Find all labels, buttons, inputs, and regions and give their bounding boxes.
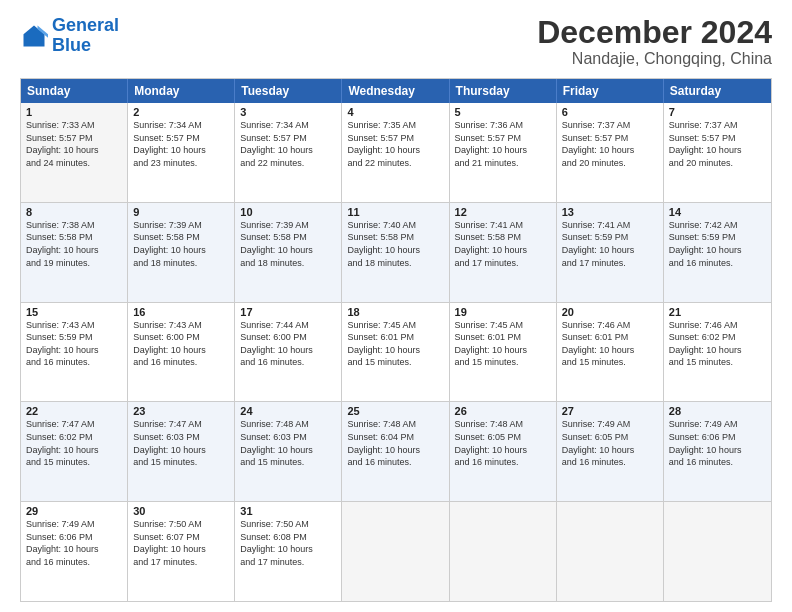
calendar-cell-2-4: 11Sunrise: 7:40 AM Sunset: 5:58 PM Dayli…: [342, 203, 449, 302]
day-info: Sunrise: 7:47 AM Sunset: 6:03 PM Dayligh…: [133, 418, 229, 468]
day-number: 11: [347, 206, 443, 218]
calendar-row-4: 22Sunrise: 7:47 AM Sunset: 6:02 PM Dayli…: [21, 401, 771, 501]
day-info: Sunrise: 7:37 AM Sunset: 5:57 PM Dayligh…: [562, 119, 658, 169]
calendar-cell-5-2: 30Sunrise: 7:50 AM Sunset: 6:07 PM Dayli…: [128, 502, 235, 601]
calendar-cell-5-4: [342, 502, 449, 601]
calendar-row-5: 29Sunrise: 7:49 AM Sunset: 6:06 PM Dayli…: [21, 501, 771, 601]
day-number: 13: [562, 206, 658, 218]
day-info: Sunrise: 7:40 AM Sunset: 5:58 PM Dayligh…: [347, 219, 443, 269]
day-info: Sunrise: 7:38 AM Sunset: 5:58 PM Dayligh…: [26, 219, 122, 269]
page-header: General Blue December 2024 Nandajie, Cho…: [20, 16, 772, 68]
day-info: Sunrise: 7:48 AM Sunset: 6:05 PM Dayligh…: [455, 418, 551, 468]
calendar-row-3: 15Sunrise: 7:43 AM Sunset: 5:59 PM Dayli…: [21, 302, 771, 402]
day-number: 24: [240, 405, 336, 417]
calendar-cell-2-5: 12Sunrise: 7:41 AM Sunset: 5:58 PM Dayli…: [450, 203, 557, 302]
day-number: 23: [133, 405, 229, 417]
day-number: 4: [347, 106, 443, 118]
day-number: 18: [347, 306, 443, 318]
calendar-cell-5-7: [664, 502, 771, 601]
calendar-cell-3-2: 16Sunrise: 7:43 AM Sunset: 6:00 PM Dayli…: [128, 303, 235, 402]
day-number: 27: [562, 405, 658, 417]
day-number: 19: [455, 306, 551, 318]
calendar-cell-2-6: 13Sunrise: 7:41 AM Sunset: 5:59 PM Dayli…: [557, 203, 664, 302]
day-info: Sunrise: 7:50 AM Sunset: 6:08 PM Dayligh…: [240, 518, 336, 568]
calendar-row-2: 8Sunrise: 7:38 AM Sunset: 5:58 PM Daylig…: [21, 202, 771, 302]
day-number: 28: [669, 405, 766, 417]
calendar-cell-1-3: 3Sunrise: 7:34 AM Sunset: 5:57 PM Daylig…: [235, 103, 342, 202]
day-info: Sunrise: 7:35 AM Sunset: 5:57 PM Dayligh…: [347, 119, 443, 169]
calendar-cell-3-6: 20Sunrise: 7:46 AM Sunset: 6:01 PM Dayli…: [557, 303, 664, 402]
day-number: 26: [455, 405, 551, 417]
day-number: 6: [562, 106, 658, 118]
logo-text: General Blue: [52, 16, 119, 56]
day-number: 16: [133, 306, 229, 318]
calendar-cell-2-7: 14Sunrise: 7:42 AM Sunset: 5:59 PM Dayli…: [664, 203, 771, 302]
calendar-cell-1-2: 2Sunrise: 7:34 AM Sunset: 5:57 PM Daylig…: [128, 103, 235, 202]
title-section: December 2024 Nandajie, Chongqing, China: [537, 16, 772, 68]
svg-marker-0: [24, 25, 45, 46]
calendar-cell-4-3: 24Sunrise: 7:48 AM Sunset: 6:03 PM Dayli…: [235, 402, 342, 501]
header-friday: Friday: [557, 79, 664, 103]
day-info: Sunrise: 7:48 AM Sunset: 6:03 PM Dayligh…: [240, 418, 336, 468]
day-number: 9: [133, 206, 229, 218]
day-info: Sunrise: 7:45 AM Sunset: 6:01 PM Dayligh…: [347, 319, 443, 369]
day-info: Sunrise: 7:49 AM Sunset: 6:05 PM Dayligh…: [562, 418, 658, 468]
calendar-cell-4-1: 22Sunrise: 7:47 AM Sunset: 6:02 PM Dayli…: [21, 402, 128, 501]
day-number: 5: [455, 106, 551, 118]
calendar-cell-4-2: 23Sunrise: 7:47 AM Sunset: 6:03 PM Dayli…: [128, 402, 235, 501]
day-info: Sunrise: 7:45 AM Sunset: 6:01 PM Dayligh…: [455, 319, 551, 369]
calendar: Sunday Monday Tuesday Wednesday Thursday…: [20, 78, 772, 602]
day-info: Sunrise: 7:46 AM Sunset: 6:01 PM Dayligh…: [562, 319, 658, 369]
day-info: Sunrise: 7:49 AM Sunset: 6:06 PM Dayligh…: [26, 518, 122, 568]
day-number: 7: [669, 106, 766, 118]
calendar-cell-4-5: 26Sunrise: 7:48 AM Sunset: 6:05 PM Dayli…: [450, 402, 557, 501]
day-info: Sunrise: 7:34 AM Sunset: 5:57 PM Dayligh…: [133, 119, 229, 169]
day-info: Sunrise: 7:39 AM Sunset: 5:58 PM Dayligh…: [240, 219, 336, 269]
day-info: Sunrise: 7:46 AM Sunset: 6:02 PM Dayligh…: [669, 319, 766, 369]
calendar-cell-4-6: 27Sunrise: 7:49 AM Sunset: 6:05 PM Dayli…: [557, 402, 664, 501]
calendar-cell-5-6: [557, 502, 664, 601]
calendar-cell-1-4: 4Sunrise: 7:35 AM Sunset: 5:57 PM Daylig…: [342, 103, 449, 202]
location: Nandajie, Chongqing, China: [537, 50, 772, 68]
calendar-cell-3-7: 21Sunrise: 7:46 AM Sunset: 6:02 PM Dayli…: [664, 303, 771, 402]
calendar-cell-3-3: 17Sunrise: 7:44 AM Sunset: 6:00 PM Dayli…: [235, 303, 342, 402]
day-number: 3: [240, 106, 336, 118]
calendar-cell-5-3: 31Sunrise: 7:50 AM Sunset: 6:08 PM Dayli…: [235, 502, 342, 601]
day-number: 10: [240, 206, 336, 218]
logo-icon: [20, 22, 48, 50]
day-info: Sunrise: 7:42 AM Sunset: 5:59 PM Dayligh…: [669, 219, 766, 269]
calendar-cell-3-5: 19Sunrise: 7:45 AM Sunset: 6:01 PM Dayli…: [450, 303, 557, 402]
calendar-cell-5-5: [450, 502, 557, 601]
day-info: Sunrise: 7:49 AM Sunset: 6:06 PM Dayligh…: [669, 418, 766, 468]
header-wednesday: Wednesday: [342, 79, 449, 103]
day-info: Sunrise: 7:34 AM Sunset: 5:57 PM Dayligh…: [240, 119, 336, 169]
day-number: 22: [26, 405, 122, 417]
calendar-row-1: 1Sunrise: 7:33 AM Sunset: 5:57 PM Daylig…: [21, 103, 771, 202]
day-number: 12: [455, 206, 551, 218]
day-info: Sunrise: 7:43 AM Sunset: 5:59 PM Dayligh…: [26, 319, 122, 369]
calendar-cell-4-7: 28Sunrise: 7:49 AM Sunset: 6:06 PM Dayli…: [664, 402, 771, 501]
header-tuesday: Tuesday: [235, 79, 342, 103]
day-number: 1: [26, 106, 122, 118]
day-info: Sunrise: 7:33 AM Sunset: 5:57 PM Dayligh…: [26, 119, 122, 169]
calendar-cell-1-1: 1Sunrise: 7:33 AM Sunset: 5:57 PM Daylig…: [21, 103, 128, 202]
calendar-cell-3-1: 15Sunrise: 7:43 AM Sunset: 5:59 PM Dayli…: [21, 303, 128, 402]
calendar-page: General Blue December 2024 Nandajie, Cho…: [0, 0, 792, 612]
calendar-cell-5-1: 29Sunrise: 7:49 AM Sunset: 6:06 PM Dayli…: [21, 502, 128, 601]
day-number: 15: [26, 306, 122, 318]
day-info: Sunrise: 7:50 AM Sunset: 6:07 PM Dayligh…: [133, 518, 229, 568]
header-thursday: Thursday: [450, 79, 557, 103]
day-info: Sunrise: 7:36 AM Sunset: 5:57 PM Dayligh…: [455, 119, 551, 169]
calendar-cell-1-6: 6Sunrise: 7:37 AM Sunset: 5:57 PM Daylig…: [557, 103, 664, 202]
calendar-header: Sunday Monday Tuesday Wednesday Thursday…: [21, 79, 771, 103]
day-number: 14: [669, 206, 766, 218]
calendar-cell-3-4: 18Sunrise: 7:45 AM Sunset: 6:01 PM Dayli…: [342, 303, 449, 402]
day-info: Sunrise: 7:41 AM Sunset: 5:59 PM Dayligh…: [562, 219, 658, 269]
day-number: 17: [240, 306, 336, 318]
calendar-cell-4-4: 25Sunrise: 7:48 AM Sunset: 6:04 PM Dayli…: [342, 402, 449, 501]
day-number: 20: [562, 306, 658, 318]
month-title: December 2024: [537, 16, 772, 48]
day-info: Sunrise: 7:47 AM Sunset: 6:02 PM Dayligh…: [26, 418, 122, 468]
day-info: Sunrise: 7:44 AM Sunset: 6:00 PM Dayligh…: [240, 319, 336, 369]
day-number: 8: [26, 206, 122, 218]
